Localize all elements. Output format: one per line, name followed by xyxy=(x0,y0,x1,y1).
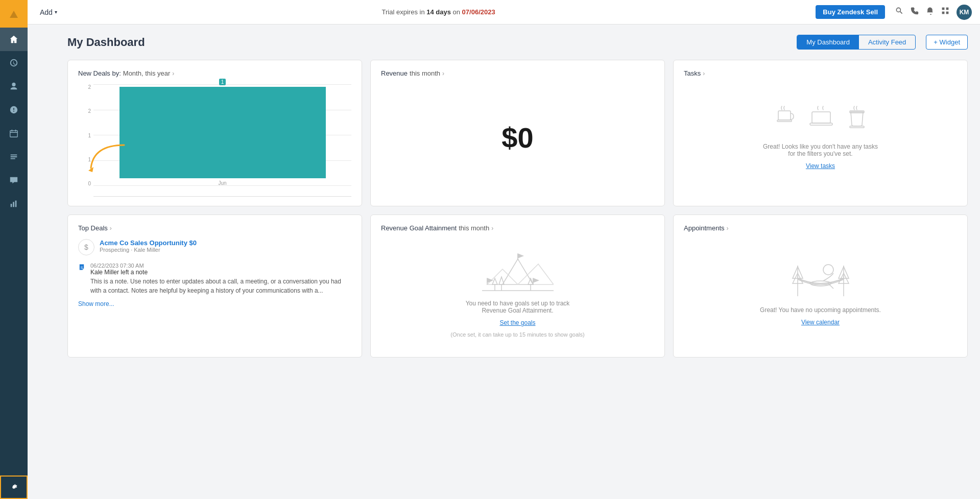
svg-point-6 xyxy=(896,8,900,12)
revenue-goal-widget: Revenue Goal Attainment this month › xyxy=(370,215,665,358)
set-goals-link[interactable]: Set the goals xyxy=(499,319,535,326)
top-deals-widget: Top Deals › $ Acme Co Sales Opportunity … xyxy=(67,215,362,358)
sidebar-item-settings[interactable] xyxy=(0,476,28,499)
svg-rect-15 xyxy=(812,112,830,123)
note-icon xyxy=(78,264,85,295)
trial-notice: Trial expires in 14 days on 07/06/2023 xyxy=(67,8,809,16)
sidebar-item-contacts[interactable] xyxy=(0,75,28,98)
revenue-goal-empty-text: You need to have goals set up to track R… xyxy=(462,300,574,314)
new-deals-chart: 2 2 1 1 0 1 xyxy=(78,84,351,197)
tasks-coffee-illustration xyxy=(774,106,867,134)
tasks-empty-state: Great! Looks like you don't have any tas… xyxy=(684,84,957,191)
appointments-title[interactable]: Appointments › xyxy=(684,224,957,232)
new-deals-title[interactable]: New Deals by: Month, this year › xyxy=(78,69,351,77)
appointments-widget: Appointments › xyxy=(673,215,968,358)
deal-note-author: Kale Miller left a note xyxy=(90,269,351,276)
main-content: My Dashboard My Dashboard Activity Feed … xyxy=(55,25,980,499)
chevron-icon: › xyxy=(442,70,444,77)
svg-rect-10 xyxy=(942,12,945,14)
dashboard-grid-row2: Top Deals › $ Acme Co Sales Opportunity … xyxy=(67,215,968,358)
grid-icon[interactable] xyxy=(941,7,949,17)
svg-marker-20 xyxy=(487,269,518,284)
sidebar-item-feed[interactable] xyxy=(0,51,28,75)
bell-icon[interactable] xyxy=(926,7,934,17)
buy-zendesk-sell-button[interactable]: Buy Zendesk Sell xyxy=(816,5,885,19)
sidebar-item-home[interactable] xyxy=(0,28,28,51)
chevron-icon: › xyxy=(727,225,729,232)
revenue-widget: Revenue this month › $0 xyxy=(370,60,665,206)
svg-rect-11 xyxy=(946,12,949,14)
svg-rect-2 xyxy=(10,131,17,137)
svg-rect-4 xyxy=(13,202,14,207)
show-more-link[interactable]: Show more... xyxy=(78,300,351,307)
sidebar-item-tasks[interactable] xyxy=(0,145,28,169)
sidebar-item-reports[interactable] xyxy=(0,192,28,216)
app-logo[interactable] xyxy=(0,0,28,28)
svg-marker-25 xyxy=(499,277,504,284)
deal-name[interactable]: Acme Co Sales Opportunity $0 xyxy=(100,239,197,247)
revenue-goal-title[interactable]: Revenue Goal Attainment this month › xyxy=(381,224,654,232)
topbar-icons: KM xyxy=(895,5,972,20)
svg-rect-9 xyxy=(946,8,949,10)
search-icon[interactable] xyxy=(895,7,903,17)
svg-rect-18 xyxy=(850,126,864,128)
dashboard-tabs: My Dashboard Activity Feed xyxy=(797,35,916,50)
add-button[interactable]: Add ▾ xyxy=(36,6,61,18)
appointments-empty-state: Great! You have no upcoming appointments… xyxy=(684,239,957,342)
deal-icon: $ xyxy=(78,239,94,255)
add-label: Add xyxy=(40,8,53,16)
revenue-amount-display: $0 xyxy=(381,84,654,191)
sidebar-item-deals[interactable] xyxy=(0,98,28,122)
svg-marker-19 xyxy=(503,259,533,284)
view-calendar-link[interactable]: View calendar xyxy=(801,319,840,326)
add-widget-button[interactable]: + Widget xyxy=(926,35,968,50)
deal-note-text: This is a note. Use notes to enter updat… xyxy=(90,277,351,295)
deal-note-date: 06/22/2023 07:30 AM xyxy=(90,263,351,269)
deal-note-content: 06/22/2023 07:30 AM Kale Miller left a n… xyxy=(90,263,351,295)
sidebar-item-calendar[interactable] xyxy=(0,122,28,145)
tasks-empty-text: Great! Looks like you don't have any tas… xyxy=(759,143,882,157)
svg-marker-27 xyxy=(528,278,533,284)
user-avatar[interactable]: KM xyxy=(957,5,972,20)
new-deals-widget: New Deals by: Month, this year › 2 2 1 1… xyxy=(67,60,362,206)
deal-sub: Prospecting · Kale Miller xyxy=(100,247,197,253)
revenue-title[interactable]: Revenue this month › xyxy=(381,69,654,77)
chart-bar-jun: 1 Jun xyxy=(93,84,351,186)
svg-point-35 xyxy=(823,265,833,275)
top-deals-title[interactable]: Top Deals › xyxy=(78,224,351,232)
chevron-icon: › xyxy=(703,70,705,77)
dashboard-grid-row1: New Deals by: Month, this year › 2 2 1 1… xyxy=(67,60,968,206)
svg-marker-33 xyxy=(487,278,492,282)
tasks-title[interactable]: Tasks › xyxy=(684,69,957,77)
svg-rect-14 xyxy=(777,120,792,122)
deal-info: Acme Co Sales Opportunity $0 Prospecting… xyxy=(100,239,197,253)
page-title: My Dashboard xyxy=(67,36,797,49)
tab-my-dashboard[interactable]: My Dashboard xyxy=(797,35,859,49)
svg-rect-5 xyxy=(15,201,17,207)
tab-activity-feed[interactable]: Activity Feed xyxy=(859,35,915,49)
chevron-icon: › xyxy=(172,70,174,77)
phone-icon[interactable] xyxy=(911,7,919,17)
svg-rect-16 xyxy=(810,123,832,125)
hammock-illustration xyxy=(790,255,851,301)
svg-marker-29 xyxy=(518,254,523,258)
svg-line-7 xyxy=(900,12,902,14)
svg-rect-13 xyxy=(778,111,791,120)
svg-rect-3 xyxy=(11,204,12,207)
chevron-icon: › xyxy=(110,225,112,232)
deal-item: $ Acme Co Sales Opportunity $0 Prospecti… xyxy=(78,239,351,255)
chart-bars-area: 1 Jun xyxy=(93,84,351,197)
page-header: My Dashboard My Dashboard Activity Feed … xyxy=(67,35,968,50)
svg-marker-31 xyxy=(533,278,538,282)
deal-note: 06/22/2023 07:30 AM Kale Miller left a n… xyxy=(78,263,351,295)
tasks-widget: Tasks › xyxy=(673,60,968,206)
chevron-icon: › xyxy=(491,225,493,232)
sidebar-item-chat[interactable] xyxy=(0,169,28,192)
svg-marker-23 xyxy=(492,278,497,284)
mountain-illustration xyxy=(482,244,554,295)
sidebar xyxy=(0,0,28,499)
chart-y-axis: 2 2 1 1 0 xyxy=(78,84,91,186)
svg-rect-8 xyxy=(942,8,945,10)
view-tasks-link[interactable]: View tasks xyxy=(806,162,835,170)
chevron-down-icon: ▾ xyxy=(55,9,57,15)
